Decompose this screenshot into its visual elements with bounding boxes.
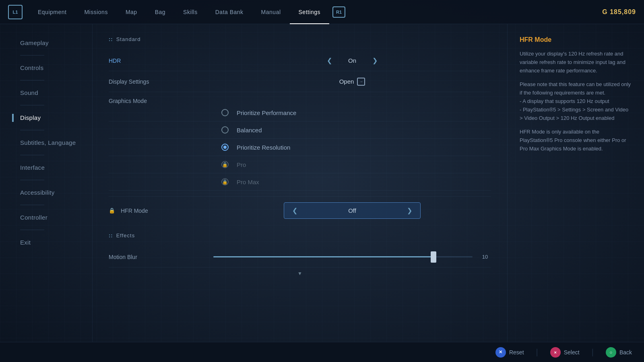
bottom-action-reset[interactable]: ✕ Reset xyxy=(495,347,524,358)
motion-blur-thumb[interactable] xyxy=(431,251,436,263)
standard-section-header: Standard xyxy=(109,36,491,42)
sidebar: Gameplay Controls Sound Display Subtitle… xyxy=(0,24,93,362)
info-panel: HFR Mode Utilize your display's 120 Hz r… xyxy=(507,24,644,362)
sidebar-item-accessibility[interactable]: Accessibility xyxy=(20,186,92,199)
sidebar-item-display[interactable]: Display xyxy=(20,111,92,124)
info-paragraph-2: Please note that this feature can be uti… xyxy=(520,80,632,122)
motion-blur-slider-container[interactable]: 10 xyxy=(213,254,491,260)
display-settings-value: Open xyxy=(339,78,354,85)
motion-blur-control[interactable]: 10 xyxy=(213,254,491,260)
settings-panel: Standard HDR ❮ On ❯ Display Settings xyxy=(93,24,507,362)
radio-circle-pro-max: 🔒 xyxy=(221,178,229,185)
radio-label-performance: Prioritize Performance xyxy=(237,109,296,116)
radio-circle-balanced xyxy=(221,126,229,134)
radio-balanced[interactable]: Balanced xyxy=(109,121,491,139)
display-settings-label: Display Settings xyxy=(109,78,213,85)
sidebar-divider-6 xyxy=(20,180,44,180)
hfr-mode-control[interactable]: ❮ Off ❯ xyxy=(213,202,491,219)
display-settings-row: Display Settings Open → xyxy=(109,71,491,92)
hfr-lock-icon: 🔒 xyxy=(109,208,115,214)
nav-map[interactable]: Map xyxy=(117,0,146,24)
lock-icon-pro-max: 🔒 xyxy=(222,179,228,185)
radio-label-pro-max: Pro Max xyxy=(237,179,259,185)
hdr-value: On xyxy=(340,57,364,64)
motion-blur-track xyxy=(213,256,473,257)
bottom-action-select[interactable]: × Select xyxy=(550,347,580,358)
radio-pro: 🔒 Pro xyxy=(109,156,491,173)
sidebar-divider-1 xyxy=(20,55,44,56)
select-label: Select xyxy=(564,349,580,356)
nav-bag[interactable]: Bag xyxy=(146,0,174,24)
lock-icon-pro: 🔒 xyxy=(222,162,228,167)
select-btn-symbol: × xyxy=(554,350,557,355)
sidebar-divider-7 xyxy=(20,205,44,205)
reset-btn-symbol: ✕ xyxy=(499,350,502,355)
nav-skills[interactable]: Skills xyxy=(174,0,206,24)
graphics-mode-radio-group: Prioritize Performance Balanced xyxy=(109,104,491,191)
open-icon: → xyxy=(357,78,365,86)
r1-trigger[interactable]: R1 xyxy=(332,6,345,18)
radio-label-balanced: Balanced xyxy=(237,127,262,134)
bottom-action-back[interactable]: ○ Back xyxy=(606,347,632,358)
sidebar-item-gameplay[interactable]: Gameplay xyxy=(20,36,92,49)
hfr-value: Off xyxy=(340,207,364,214)
radio-prioritize-resolution[interactable]: Prioritize Resolution xyxy=(109,139,491,156)
motion-blur-label: Motion Blur xyxy=(109,254,213,260)
sidebar-divider-3 xyxy=(20,105,44,105)
sidebar-divider-5 xyxy=(20,155,44,155)
nav-settings[interactable]: Settings xyxy=(290,0,330,24)
motion-blur-value: 10 xyxy=(479,254,491,260)
sidebar-item-interface[interactable]: Interface xyxy=(20,161,92,174)
radio-prioritize-performance[interactable]: Prioritize Performance xyxy=(109,104,491,121)
scroll-indicator: ▼ xyxy=(109,267,491,280)
bottom-divider-2: | xyxy=(592,348,594,357)
sidebar-divider-4 xyxy=(20,130,44,130)
nav-databank[interactable]: Data Bank xyxy=(206,0,252,24)
main-content: Gameplay Controls Sound Display Subtitle… xyxy=(0,24,644,362)
radio-label-resolution: Prioritize Resolution xyxy=(237,144,290,151)
sidebar-item-sound[interactable]: Sound xyxy=(20,86,92,99)
hdr-arrow-right[interactable]: ❯ xyxy=(372,57,378,64)
sidebar-divider-2 xyxy=(20,80,44,80)
radio-circle-resolution xyxy=(221,144,229,151)
hdr-setting-row: HDR ❮ On ❯ xyxy=(109,50,491,71)
radio-label-pro: Pro xyxy=(237,161,246,168)
reset-label: Reset xyxy=(509,349,524,356)
hdr-control[interactable]: ❮ On ❯ xyxy=(213,57,491,64)
graphics-mode-label: Graphics Mode xyxy=(109,98,213,104)
info-paragraph-1: Utilize your display's 120 Hz refresh ra… xyxy=(520,50,632,75)
hdr-label: HDR xyxy=(109,58,213,64)
radio-pro-max: 🔒 Pro Max xyxy=(109,173,491,191)
radio-circle-performance xyxy=(221,109,229,116)
top-nav: L1 Equipment Missions Map Bag Skills Dat… xyxy=(0,0,644,24)
effects-section-header: Effects xyxy=(109,232,491,239)
sidebar-item-controls[interactable]: Controls xyxy=(20,61,92,74)
reset-button-icon: ✕ xyxy=(495,347,506,358)
sidebar-item-controller[interactable]: Controller xyxy=(20,211,92,224)
select-button-icon: × xyxy=(550,347,561,358)
hfr-mode-row: 🔒 HFR Mode ❮ Off ❯ xyxy=(109,197,491,224)
back-btn-symbol: ○ xyxy=(610,350,613,355)
info-panel-title: HFR Mode xyxy=(520,36,632,43)
currency-display: G 185,809 xyxy=(602,8,636,16)
hfr-control-box[interactable]: ❮ Off ❯ xyxy=(284,202,421,219)
motion-blur-row: Motion Blur 10 xyxy=(109,247,491,267)
sidebar-item-exit[interactable]: Exit xyxy=(20,236,92,249)
hfr-arrow-right[interactable]: ❯ xyxy=(407,207,412,214)
bottom-divider-1: | xyxy=(536,348,538,357)
radio-circle-pro: 🔒 xyxy=(221,161,229,168)
hfr-arrow-left[interactable]: ❮ xyxy=(292,207,297,214)
display-settings-control[interactable]: Open → xyxy=(213,78,491,86)
nav-manual[interactable]: Manual xyxy=(252,0,290,24)
l1-trigger[interactable]: L1 xyxy=(8,5,23,19)
nav-missions[interactable]: Missions xyxy=(75,0,116,24)
sidebar-item-subtitles[interactable]: Subtitles, Language xyxy=(20,136,92,149)
hdr-arrow-left[interactable]: ❮ xyxy=(327,57,332,64)
info-paragraph-3: HFR Mode is only available on the PlaySt… xyxy=(520,128,632,153)
back-label: Back xyxy=(619,349,632,356)
hfr-mode-label: 🔒 HFR Mode xyxy=(109,208,213,214)
graphics-mode-row: Graphics Mode Prioritize Performance xyxy=(109,92,491,197)
back-button-icon: ○ xyxy=(606,347,616,358)
bottom-bar: ✕ Reset | × Select | ○ Back xyxy=(0,342,644,362)
nav-equipment[interactable]: Equipment xyxy=(29,0,75,24)
